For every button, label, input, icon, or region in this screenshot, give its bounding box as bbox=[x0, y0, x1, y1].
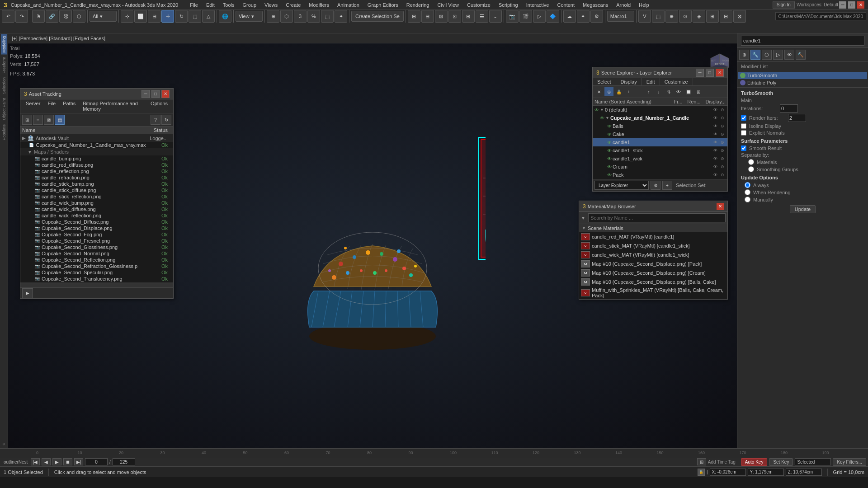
redo-button[interactable]: ↷ bbox=[15, 10, 28, 23]
menu-file[interactable]: File bbox=[186, 1, 202, 9]
hierarchy-panel-btn[interactable]: ⬡ bbox=[762, 50, 772, 60]
scene-row-candle1-wick[interactable]: 👁 candle1_wick 👁 ⊙ bbox=[593, 155, 727, 163]
asset-row-5[interactable]: 📷 candle_stick_diffuse.png Ok bbox=[20, 187, 173, 193]
menu-help[interactable]: Help bbox=[635, 1, 653, 9]
isoline-checkbox[interactable] bbox=[741, 123, 746, 129]
scene-tool-up[interactable]: ↑ bbox=[644, 87, 653, 96]
modifier-editable-poly[interactable]: Editable Poly bbox=[738, 79, 867, 86]
scene-row-cream[interactable]: 👁 Cream 👁 ⊙ bbox=[593, 163, 727, 171]
vray-btn2[interactable]: ⬚ bbox=[652, 10, 665, 23]
asset-tool-1[interactable]: ⊞ bbox=[22, 115, 32, 125]
mat-row-2[interactable]: V candle_wick_MAT (VRayMtl) [candle1_wic… bbox=[579, 250, 727, 259]
scene-minimize-btn[interactable]: ─ bbox=[696, 69, 704, 77]
align-button[interactable]: ⊠ bbox=[435, 10, 448, 23]
menu-interactive[interactable]: Interactive bbox=[523, 1, 553, 9]
scene-tool-lock[interactable]: 🔒 bbox=[614, 87, 623, 96]
menu-civil-view[interactable]: Civil View bbox=[434, 1, 462, 9]
asset-maximize-btn[interactable]: □ bbox=[151, 90, 160, 98]
select-object-button[interactable]: 🖱 bbox=[32, 10, 45, 23]
scene-row-candle1-stick[interactable]: 👁 candle1_stick 👁 ⊙ bbox=[593, 146, 727, 155]
scene-tool-display[interactable]: ⊞ bbox=[694, 87, 703, 96]
tool9[interactable]: 3 bbox=[294, 10, 307, 23]
when-rendering-radio[interactable] bbox=[745, 189, 750, 195]
key-filters-button[interactable]: Key Filters... bbox=[833, 458, 866, 466]
vray-btn3[interactable]: ⊕ bbox=[665, 10, 678, 23]
vray-btn7[interactable]: ⊟ bbox=[720, 10, 732, 23]
undo-button[interactable]: ↶ bbox=[2, 10, 14, 23]
asset-close-btn[interactable]: ✕ bbox=[161, 90, 170, 98]
select-move-button[interactable]: ✛ bbox=[161, 10, 174, 23]
asset-row-6[interactable]: 📷 candle_stick_reflection.png Ok bbox=[20, 193, 173, 200]
tool12[interactable]: ✦ bbox=[335, 10, 347, 23]
smoothing-radio[interactable] bbox=[748, 166, 754, 172]
vray-btn5[interactable]: ◈ bbox=[693, 10, 705, 23]
asset-menu-options[interactable]: Options bbox=[147, 100, 171, 112]
vray-btn6[interactable]: ⊞ bbox=[706, 10, 719, 23]
coord-lock-btn[interactable]: 🔒 bbox=[698, 469, 705, 476]
select-region-button[interactable]: ⬜ bbox=[134, 10, 147, 23]
asset-tool-4[interactable]: ▤ bbox=[55, 115, 65, 125]
create-selection-button[interactable]: Create Selection Se bbox=[351, 11, 404, 22]
tab-modeling[interactable]: Modeling bbox=[1, 34, 7, 55]
asset-row-12[interactable]: 📷 Cupcake_Second_Fog.png Ok bbox=[20, 231, 173, 238]
scene-menu-select[interactable]: Select bbox=[593, 78, 616, 85]
asset-menu-file[interactable]: File bbox=[44, 100, 59, 112]
tool11[interactable]: ⬚ bbox=[321, 10, 334, 23]
mat-row-5[interactable]: M Map #10 (Cupcake_Second_Displace.png) … bbox=[579, 277, 727, 286]
asset-row-19[interactable]: 📷 Cupcake_Second_Translucency.png Ok bbox=[20, 276, 173, 282]
scene-tool-add[interactable]: + bbox=[624, 87, 633, 96]
explicit-checkbox[interactable] bbox=[741, 130, 746, 136]
menu-content[interactable]: Content bbox=[553, 1, 578, 9]
scale-button[interactable]: ⬚ bbox=[189, 10, 201, 23]
curve-editor-button[interactable]: ⌄ bbox=[489, 10, 502, 23]
close-button[interactable]: ✕ bbox=[857, 1, 864, 9]
mirror-button[interactable]: ⊟ bbox=[421, 10, 434, 23]
asset-tool-2[interactable]: ≡ bbox=[33, 115, 43, 125]
asset-row-11[interactable]: 📷 Cupcake_Second_Displace.png Ok bbox=[20, 225, 173, 231]
scene-row-balls[interactable]: 👁 Balls 👁 ⊙ bbox=[593, 122, 727, 130]
menu-scripting[interactable]: Scripting bbox=[495, 1, 522, 9]
mat-row-3[interactable]: M Map #10 (Cupcake_Second_Displace.png) … bbox=[579, 259, 727, 268]
asset-tool-refresh[interactable]: ↻ bbox=[161, 115, 171, 125]
render-iters-input[interactable] bbox=[788, 114, 806, 122]
scene-row-cupcake[interactable]: 👁 ▼ Cupcake_and_Number_1_Candle 👁 ⊙ bbox=[593, 114, 727, 122]
tl-frame-input[interactable] bbox=[85, 458, 108, 465]
modifier-turbosm[interactable]: TurboSmooth bbox=[738, 72, 867, 79]
menu-animation[interactable]: Animation bbox=[334, 1, 363, 9]
render-last-button[interactable]: ▷ bbox=[533, 10, 546, 23]
render-frame-button[interactable]: 🎬 bbox=[519, 10, 532, 23]
asset-minimize-btn[interactable]: ─ bbox=[142, 90, 150, 98]
asset-row-18[interactable]: 📷 Cupcake_Second_Specular.png Ok bbox=[20, 269, 173, 276]
scene-close-btn[interactable]: ✕ bbox=[716, 69, 724, 77]
asset-row-7[interactable]: 📷 candle_wick_bump.png Ok bbox=[20, 200, 173, 206]
menu-group[interactable]: Group bbox=[239, 1, 260, 9]
tl-btn-back[interactable]: ◀ bbox=[42, 458, 51, 465]
update-button[interactable]: Update bbox=[790, 205, 816, 213]
menu-views[interactable]: Views bbox=[261, 1, 281, 9]
material-editor-button[interactable]: 🔷 bbox=[547, 10, 559, 23]
asset-max-file[interactable]: 📄 Cupcake_and_Number_1_Candle_max_vray.m… bbox=[20, 142, 173, 148]
scene-tool-x[interactable]: ✕ bbox=[594, 87, 604, 96]
menu-modifiers[interactable]: Modifiers bbox=[305, 1, 333, 9]
filter-dropdown[interactable]: All ▾ bbox=[90, 11, 117, 22]
asset-row-16[interactable]: 📷 Cupcake_Second_Reflection.png Ok bbox=[20, 257, 173, 263]
vray-btn4[interactable]: ⊙ bbox=[679, 10, 692, 23]
scene-maximize-btn[interactable]: □ bbox=[706, 69, 714, 77]
scene-row-candle1[interactable]: 👁 candle1 👁 ⊙ bbox=[593, 138, 727, 146]
asset-row-17[interactable]: 📷 Cupcake_Second_Refraction_Glossiness.p… bbox=[20, 263, 173, 269]
iterations-input[interactable] bbox=[780, 104, 798, 113]
asset-tool-help[interactable]: ? bbox=[151, 115, 160, 125]
mat-row-1[interactable]: V candle_stick_MAT (VRayMtl) [candle1_st… bbox=[579, 241, 727, 250]
menu-tools[interactable]: Tools bbox=[219, 1, 238, 9]
toggle-scene-button[interactable]: ⊞ bbox=[462, 10, 475, 23]
scene-menu-edit[interactable]: Edit bbox=[642, 78, 660, 85]
signin-button[interactable]: Sign In bbox=[773, 1, 795, 9]
asset-row-15[interactable]: 📷 Cupcake_Second_Normal.png Ok bbox=[20, 250, 173, 257]
asset-row-14[interactable]: 📷 Cupcake_Second_Glossiness.png Ok bbox=[20, 244, 173, 250]
smooth-result-checkbox[interactable] bbox=[741, 145, 746, 151]
set-key-button[interactable]: Set Key bbox=[769, 458, 793, 466]
scene-tool-render[interactable]: 🔲 bbox=[684, 87, 693, 96]
tool10[interactable]: % bbox=[307, 10, 320, 23]
scale2-button[interactable]: △ bbox=[202, 10, 215, 23]
minimize-button[interactable]: ─ bbox=[839, 1, 846, 9]
